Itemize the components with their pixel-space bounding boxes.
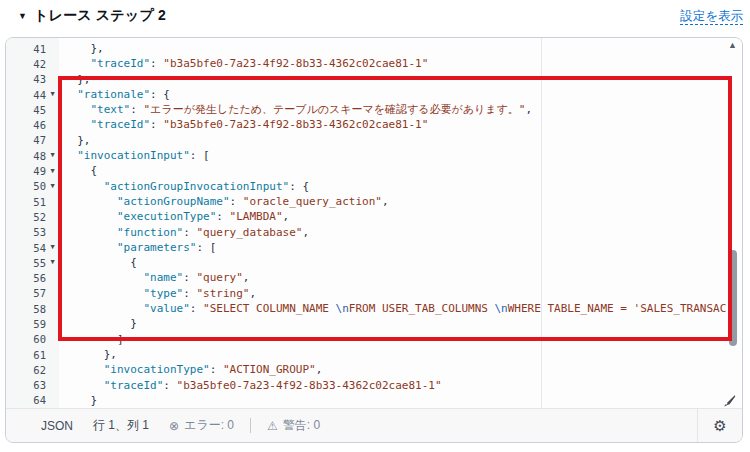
language-label: JSON <box>41 419 73 433</box>
trace-step-header: ▼ トレース ステップ 2 設定を表示 <box>0 0 750 36</box>
gutter-line: 53 <box>6 225 59 240</box>
code-line[interactable]: "actionGroupInvocationInput": { <box>64 179 726 194</box>
line-number: 61 <box>6 349 46 361</box>
code-line[interactable]: } <box>64 393 726 408</box>
code-line[interactable]: "executionType": "LAMBDA", <box>64 209 726 224</box>
fold-arrow-icon[interactable]: ▼ <box>46 183 59 190</box>
gutter-line: 56 <box>6 270 59 285</box>
chevron-down-icon: ▼ <box>18 12 27 21</box>
gutter-line: 52 <box>6 209 59 224</box>
warnings-status[interactable]: ⚠ 警告: 0 <box>267 417 320 434</box>
line-number: 56 <box>6 272 46 284</box>
gutter-line: 64 <box>6 393 59 408</box>
scrollbar-thumb[interactable] <box>729 250 737 346</box>
line-number: 58 <box>6 303 46 315</box>
pen-cursor-icon <box>723 394 736 407</box>
line-number: 44 <box>6 89 46 101</box>
line-number: 41 <box>6 43 46 55</box>
code-line[interactable]: "traceId": "b3a5bfe0-7a23-4f92-8b33-4362… <box>64 378 726 393</box>
gutter-line: 45 <box>6 102 59 117</box>
code-line[interactable]: { <box>64 255 726 270</box>
code-line[interactable]: "name": "query", <box>64 270 726 285</box>
gutter-line[interactable]: 50▼ <box>6 179 59 194</box>
show-settings-link[interactable]: 設定を表示 <box>680 9 743 25</box>
fold-arrow-icon[interactable]: ▼ <box>46 168 59 175</box>
code-line[interactable]: "value": "SELECT COLUMN_NAME \nFROM USER… <box>64 301 726 316</box>
code-line[interactable]: "parameters": [ <box>64 240 726 255</box>
line-number: 59 <box>6 318 46 330</box>
errors-count-label: エラー: 0 <box>184 417 234 434</box>
code-line[interactable]: "function": "query_database", <box>64 225 726 240</box>
fold-arrow-icon[interactable]: ▼ <box>46 152 59 159</box>
line-number: 51 <box>6 196 46 208</box>
code-line[interactable]: "invocationInput": [ <box>64 148 726 163</box>
line-number: 49 <box>6 165 46 177</box>
line-number: 50 <box>6 180 46 192</box>
gutter-line: 63 <box>6 378 59 393</box>
code-line[interactable]: "traceId": "b3a5bfe0-7a23-4f92-8b33-4362… <box>64 56 726 71</box>
code-line[interactable]: }, <box>64 133 726 148</box>
code-line[interactable]: }, <box>64 347 726 362</box>
json-code-editor[interactable]: 41424344▼45464748▼49▼50▼51525354▼55▼5657… <box>6 38 742 409</box>
line-number: 64 <box>6 394 46 406</box>
editor-settings-button[interactable]: ⚙ <box>697 409 742 442</box>
line-number: 53 <box>6 226 46 238</box>
line-number: 55 <box>6 257 46 269</box>
gutter-line[interactable]: 54▼ <box>6 240 59 255</box>
errors-status[interactable]: ⊗ エラー: 0 <box>169 417 234 434</box>
gutter-line[interactable]: 44▼ <box>6 87 59 102</box>
line-number: 60 <box>6 333 46 345</box>
status-divider <box>250 418 251 433</box>
cursor-position-label: 行 1、列 1 <box>93 417 149 434</box>
scrollbar-up-arrow-icon[interactable]: ▲ <box>728 41 737 50</box>
code-line[interactable]: "text": "エラーが発生したため、テーブルのスキーマを確認する必要がありま… <box>64 102 726 117</box>
line-number: 62 <box>6 364 46 376</box>
line-number: 45 <box>6 104 46 116</box>
code-line[interactable]: "traceId": "b3a5bfe0-7a23-4f92-8b33-4362… <box>64 117 726 132</box>
line-number: 48 <box>6 150 46 162</box>
gutter[interactable]: 41424344▼45464748▼49▼50▼51525354▼55▼5657… <box>6 38 59 409</box>
gutter-line: 59 <box>6 316 59 331</box>
gutter-line[interactable]: 49▼ <box>6 163 59 178</box>
gutter-line: 61 <box>6 347 59 362</box>
gutter-line: 42 <box>6 56 59 71</box>
page-title: トレース ステップ 2 <box>34 7 166 25</box>
status-left-group: JSON 行 1、列 1 ⊗ エラー: 0 ⚠ 警告: 0 <box>6 417 320 434</box>
code-lines[interactable]: }, "traceId": "b3a5bfe0-7a23-4f92-8b33-4… <box>59 38 726 409</box>
line-number: 57 <box>6 287 46 299</box>
line-number: 42 <box>6 58 46 70</box>
code-line[interactable]: } <box>64 316 726 331</box>
code-editor-panel: 41424344▼45464748▼49▼50▼51525354▼55▼5657… <box>5 37 743 443</box>
line-number: 47 <box>6 134 46 146</box>
gutter-line: 62 <box>6 362 59 377</box>
gutter-line: 46 <box>6 117 59 132</box>
code-line[interactable]: "actionGroupName": "oracle_query_action"… <box>64 194 726 209</box>
gutter-line: 51 <box>6 194 59 209</box>
code-line[interactable]: "type": "string", <box>64 286 726 301</box>
editor-status-bar: JSON 行 1、列 1 ⊗ エラー: 0 ⚠ 警告: 0 ⚙ <box>6 408 742 442</box>
gutter-line: 58 <box>6 301 59 316</box>
code-line[interactable]: "rationale": { <box>64 87 726 102</box>
code-line[interactable]: { <box>64 163 726 178</box>
gutter-line: 43 <box>6 72 59 87</box>
line-number: 54 <box>6 242 46 254</box>
trace-step-toggle[interactable]: ▼ トレース ステップ 2 <box>18 7 166 25</box>
gutter-line: 57 <box>6 286 59 301</box>
code-line[interactable]: }, <box>64 72 726 87</box>
line-number: 52 <box>6 211 46 223</box>
warnings-count-label: 警告: 0 <box>283 417 320 434</box>
line-number: 63 <box>6 379 46 391</box>
code-line[interactable]: "invocationType": "ACTION_GROUP", <box>64 362 726 377</box>
warning-triangle-icon: ⚠ <box>267 420 278 432</box>
fold-arrow-icon[interactable]: ▼ <box>46 259 59 266</box>
gutter-line[interactable]: 55▼ <box>6 255 59 270</box>
line-number: 46 <box>6 119 46 131</box>
code-line[interactable]: }, <box>64 41 726 56</box>
gutter-line[interactable]: 48▼ <box>6 148 59 163</box>
code-line[interactable]: ] <box>64 332 726 347</box>
fold-arrow-icon[interactable]: ▼ <box>46 244 59 251</box>
fold-arrow-icon[interactable]: ▼ <box>46 91 59 98</box>
error-circle-icon: ⊗ <box>169 420 179 432</box>
line-number: 43 <box>6 73 46 85</box>
gear-icon: ⚙ <box>713 418 726 433</box>
